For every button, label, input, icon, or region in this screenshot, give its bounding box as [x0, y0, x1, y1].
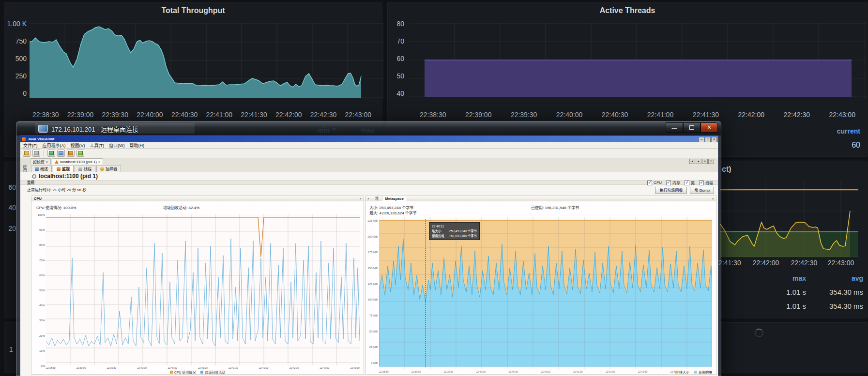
response-chart[interactable] — [718, 180, 864, 257]
axis-tick: 22:42:00 — [749, 259, 783, 267]
maximize-button[interactable] — [683, 122, 700, 133]
checkbox-threads[interactable]: ✓线程 — [699, 180, 713, 185]
panel-title: Total Throughput — [4, 6, 382, 15]
threads-icon — [78, 167, 82, 171]
application-snapshot-icon[interactable] — [47, 150, 55, 157]
axis-tick: 22:39:00 — [465, 111, 492, 119]
tab-list-icon[interactable]: ▾ — [702, 159, 708, 164]
throughput-chart[interactable] — [30, 23, 384, 98]
metaspace-legend: 堆大小 使用的堆 — [675, 370, 712, 375]
panel-title: Active Threads — [388, 6, 867, 15]
tab-localhost-1100[interactable]: localhost:1100 (pid 1)× — [52, 158, 103, 165]
menu-bar: 文件(F)应用程序(A)视图(V)工具(T)窗口(W)帮助(H) — [20, 142, 718, 149]
scroll-left-icon[interactable]: ◂ — [689, 159, 695, 164]
cpu-swatch — [170, 371, 173, 374]
axis-tick: 80% — [39, 243, 45, 246]
metaspace-panel-header[interactable]: × 堆Metaspace × — [365, 196, 716, 201]
legend-header-max[interactable]: max — [753, 274, 806, 282]
axis-tick: 22:40:30 — [168, 366, 177, 369]
menu-item[interactable]: 视图(V) — [71, 142, 85, 149]
visualvm-window[interactable]: Java VisualVM — □ ✕ 文件(F)应用程序(A)视图(V)工具(… — [20, 135, 718, 376]
close-icon[interactable]: × — [98, 160, 100, 164]
monitor-view: localhost:1100 (pid 1) 监视 正常运行时间: 21 小时 … — [20, 172, 718, 376]
chart-tooltip: 22:40:31 堆大小 253,493,248 个字节 使用的堆 157,09… — [429, 222, 480, 240]
metaspace-panel: × 堆Metaspace × 大小: 253,493,248 个字节 已使用: … — [365, 196, 716, 375]
profiler-snapshot-icon[interactable] — [76, 150, 84, 157]
minimize-button[interactable]: — — [699, 137, 704, 142]
axis-tick: 22:42:30 — [289, 366, 299, 369]
cpu-panel-header[interactable]: CPU× — [31, 196, 364, 201]
save-snapshot-icon[interactable] — [32, 150, 40, 157]
axis-tick: 22:43:00 — [829, 111, 855, 119]
menu-item[interactable]: 工具(T) — [90, 142, 105, 149]
menu-item[interactable]: 帮助(H) — [130, 142, 145, 149]
heap-dump-button[interactable]: 堆 Dump — [690, 187, 714, 194]
section-bar: 监视 — [20, 180, 718, 185]
close-button[interactable]: ✕ — [711, 137, 717, 142]
axis-tick: 20 — [4, 225, 16, 232]
legend-row[interactable]: 1.01 s354.30 ms — [753, 302, 863, 310]
checkbox-icon: ✓ — [685, 180, 689, 185]
maximize-button[interactable]: □ — [705, 137, 711, 142]
legend-header-avg[interactable]: avg — [806, 274, 863, 282]
metaspace-size-stat: 大小: 253,493,248 个字节 — [369, 205, 413, 210]
subtab-label: 概述 — [40, 166, 48, 171]
close-icon[interactable]: × — [46, 160, 48, 164]
cpu-chart[interactable] — [46, 214, 360, 365]
menu-item[interactable]: 文件(F) — [23, 142, 38, 149]
axis-tick: 22:42:30 — [638, 370, 647, 373]
subtab-label: 监视 — [62, 166, 70, 171]
tab-heap[interactable]: 堆 — [372, 196, 382, 201]
visualvm-title: Java VisualVM — [28, 137, 54, 141]
axis-tick: 0% — [41, 364, 45, 367]
subtab-sampler[interactable]: 抽样器 — [96, 165, 121, 172]
visualvm-titlebar[interactable]: Java VisualVM — □ ✕ — [20, 136, 718, 142]
perform-gc-button[interactable]: 执行垃圾回收 — [655, 187, 687, 194]
legend-label: CPU 使用情况 — [174, 371, 196, 374]
legend-row[interactable]: 1.01 s354.30 ms — [753, 288, 863, 296]
menu-item[interactable]: 窗口(W) — [109, 142, 125, 149]
gc-activity-stat: 垃圾回收活动: 42.4% — [163, 205, 199, 210]
rdp-titlebar[interactable]: 172.16.101.201 - 远程桌面连接 — ✕ — [16, 121, 721, 135]
checkbox-cpu[interactable]: ✓CPU — [647, 180, 662, 185]
rdp-window[interactable]: 172.16.101.201 - 远程桌面连接 — ✕ Java VisualV… — [16, 121, 721, 376]
heap-dump-icon[interactable] — [67, 150, 75, 157]
close-icon[interactable]: × — [367, 196, 369, 201]
checkbox-classes[interactable]: ✓类 — [685, 180, 695, 185]
checkbox-memory[interactable]: ✓内存 — [666, 180, 680, 185]
checkbox-icon: ✓ — [666, 180, 671, 185]
tooltip-value: 157,093,388 个字节 — [449, 234, 477, 238]
axis-tick: 0 MB — [371, 361, 378, 364]
tab-start-page[interactable]: 起始页× — [30, 158, 51, 165]
menu-item[interactable]: 应用程序(A) — [43, 142, 66, 149]
subtab-threads[interactable]: 线程 — [75, 165, 95, 172]
tab-metaspace[interactable]: Metaspace — [382, 196, 407, 201]
java-app-icon — [55, 160, 59, 164]
checkbox-label: 线程 — [705, 180, 713, 185]
axis-tick: 22:41:30 — [573, 370, 582, 373]
scroll-right-icon[interactable]: ▸ — [696, 159, 701, 164]
close-icon[interactable]: × — [712, 196, 714, 201]
checkbox-icon: ✓ — [647, 180, 652, 185]
close-icon[interactable]: × — [360, 196, 362, 201]
legend-label: 堆大小 — [679, 371, 689, 374]
legend-label: 垃圾回收活动 — [205, 371, 225, 374]
legend-header-current[interactable]: current — [837, 127, 860, 135]
maximize-view-icon[interactable]: □ — [708, 159, 714, 164]
threads-chart[interactable] — [409, 23, 866, 98]
avg-value: 354.30 ms — [806, 288, 863, 296]
load-snapshot-icon[interactable] — [23, 150, 30, 157]
subtab-monitor[interactable]: 监视 — [53, 165, 74, 172]
tooltip-size-row: 堆大小 253,493,248 个字节 — [432, 229, 477, 234]
tooltip-label: 使用的堆 — [432, 234, 448, 239]
thread-dump-icon[interactable] — [57, 150, 65, 157]
legend-item: 堆大小 — [675, 370, 689, 375]
tab-label: localhost:1100 (pid 1) — [60, 160, 97, 164]
checkbox-label: 类 — [691, 180, 695, 185]
legend-item: 垃圾回收活动 — [200, 370, 225, 375]
close-button[interactable]: ✕ — [700, 122, 718, 133]
avg-value: 354.30 ms — [806, 302, 863, 310]
minimize-button[interactable]: — — [666, 122, 683, 133]
axis-tick: 25 MB — [369, 346, 378, 348]
subtab-overview[interactable]: 概述 — [31, 165, 52, 172]
